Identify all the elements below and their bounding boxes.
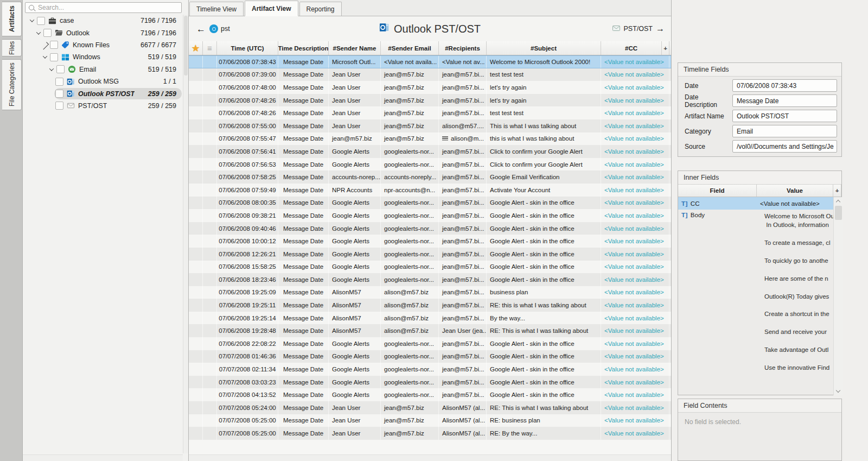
column-recipients[interactable]: #Recipients xyxy=(439,41,487,55)
bookmark-cell[interactable] xyxy=(189,401,203,414)
tree-item-windows[interactable]: Windows 519 / 519 xyxy=(23,51,182,63)
source-field[interactable]: /vol0//Documents and Settings/Je xyxy=(732,140,837,153)
bookmark-cell[interactable] xyxy=(189,184,203,197)
inner-field-row-body[interactable]: T]Body Welcome to Microsoft Ou In Outloo… xyxy=(678,210,833,372)
date-description-field[interactable]: Message Date xyxy=(732,94,837,107)
bookmark-cell[interactable] xyxy=(189,350,203,363)
column-subject[interactable]: #Subject xyxy=(487,41,601,55)
table-row[interactable]: 07/07/2008 02:11:34 Message Date Google … xyxy=(189,363,671,376)
tree-item-case[interactable]: case 7196 / 7196 xyxy=(23,15,182,27)
checkbox[interactable] xyxy=(37,17,45,25)
bookmark-cell[interactable] xyxy=(189,324,203,337)
tree-item-known-files[interactable]: Known Files 6677 / 6677 xyxy=(23,39,182,51)
bookmark-cell[interactable] xyxy=(189,363,203,376)
category-field[interactable]: Email xyxy=(732,125,837,137)
tab-reporting[interactable]: Reporting xyxy=(299,2,342,16)
table-row[interactable]: 07/06/2008 19:25:14 Message Date AlisonM… xyxy=(189,312,671,325)
bookmark-cell[interactable] xyxy=(189,337,203,350)
scrollbar-thumb[interactable] xyxy=(835,206,842,220)
tab-artifact-view[interactable]: Artifact View xyxy=(245,1,298,16)
bookmark-cell[interactable] xyxy=(189,68,203,81)
artifact-name-field[interactable]: Outlook PST/OST xyxy=(732,110,837,122)
table-row[interactable]: 07/06/2008 15:58:25 Message Date Google … xyxy=(189,261,671,274)
table-row[interactable]: 07/07/2008 05:24:00 Message Date Jean Us… xyxy=(189,401,671,414)
date-field[interactable]: 07/06/2008 07:38:43 xyxy=(732,79,837,92)
chevron-right-icon[interactable] xyxy=(41,41,49,49)
table-row[interactable]: 07/06/2008 07:56:53 Message Date Google … xyxy=(189,158,671,171)
table-row[interactable]: 07/07/2008 05:25:00 Message Date Jean Us… xyxy=(189,414,671,427)
inner-column-field[interactable]: Field xyxy=(678,185,757,197)
column-time[interactable]: Time (UTC) xyxy=(217,41,278,55)
bookmark-cell[interactable] xyxy=(189,209,203,222)
table-horizontal-scrollbar[interactable] xyxy=(189,454,671,461)
checkbox[interactable] xyxy=(50,53,58,61)
tab-files[interactable]: Files xyxy=(2,39,22,56)
table-row[interactable]: 07/06/2008 18:23:46 Message Date Google … xyxy=(189,273,671,286)
table-row[interactable]: 07/06/2008 19:28:48 Message Date AlisonM… xyxy=(189,324,671,337)
next-artifact-button[interactable]: PST/OST → xyxy=(612,24,665,34)
table-row[interactable]: 07/06/2008 10:00:12 Message Date Google … xyxy=(189,235,671,248)
breadcrumb-item-pst[interactable]: pst xyxy=(209,24,230,33)
column-cc[interactable]: #CC xyxy=(601,41,662,55)
table-row[interactable]: 07/06/2008 19:25:09 Message Date AlisonM… xyxy=(189,286,671,299)
chevron-down-icon[interactable] xyxy=(28,17,36,24)
table-row[interactable]: 07/06/2008 07:55:00 Message Date Jean Us… xyxy=(189,119,671,132)
table-row[interactable]: 07/07/2008 03:03:23 Message Date Google … xyxy=(189,376,671,389)
table-row[interactable]: 07/06/2008 07:38:43 Message Date Microso… xyxy=(189,55,671,68)
table-row[interactable]: 07/06/2008 12:26:21 Message Date Google … xyxy=(189,248,671,261)
checkbox[interactable] xyxy=(43,29,52,37)
bookmark-cell[interactable] xyxy=(189,286,203,299)
scroll-up-icon[interactable] xyxy=(836,200,840,204)
bookmark-cell[interactable] xyxy=(189,170,203,184)
tree-item-outlook-pst-ost[interactable]: Outlook PST/OST 259 / 259 xyxy=(23,87,182,99)
inner-column-value[interactable]: Value xyxy=(757,185,833,197)
sidebar-scrollbar[interactable] xyxy=(183,15,188,453)
search-input[interactable] xyxy=(38,4,178,11)
bookmark-cell[interactable] xyxy=(189,388,203,401)
checkbox[interactable] xyxy=(55,78,63,86)
bookmark-cell[interactable] xyxy=(189,376,203,389)
bookmark-cell[interactable] xyxy=(189,94,203,107)
chevron-down-icon[interactable] xyxy=(41,53,49,61)
bookmark-cell[interactable] xyxy=(189,248,203,261)
bookmark-cell[interactable] xyxy=(189,119,203,132)
column-sender-name[interactable]: #Sender Name xyxy=(329,41,381,55)
table-row[interactable]: 07/06/2008 07:59:49 Message Date NPR Acc… xyxy=(189,184,671,197)
bookmark-cell[interactable] xyxy=(189,197,203,210)
table-row[interactable]: 07/06/2008 08:00:35 Message Date Google … xyxy=(189,197,671,210)
inner-field-row-cc[interactable]: T]CC <Value not available> xyxy=(678,197,833,210)
bookmark-cell[interactable] xyxy=(189,81,203,94)
scroll-down-icon[interactable] xyxy=(836,388,840,393)
chevron-down-icon[interactable] xyxy=(35,29,42,37)
inner-add-column-button[interactable]: + xyxy=(833,185,841,197)
bookmark-cell[interactable] xyxy=(189,145,203,158)
checkbox[interactable] xyxy=(55,90,63,98)
table-row[interactable]: 07/06/2008 22:08:22 Message Date Google … xyxy=(189,337,671,350)
table-row[interactable]: 07/06/2008 07:58:25 Message Date account… xyxy=(189,170,671,184)
table-row[interactable]: 07/06/2008 07:48:00 Message Date Jean Us… xyxy=(189,81,671,94)
tree-item-email[interactable]: Email 519 / 519 xyxy=(23,64,182,75)
bookmark-cell[interactable] xyxy=(189,106,203,119)
tab-artifacts[interactable]: Artifacts xyxy=(2,2,22,36)
checkbox[interactable] xyxy=(50,41,58,49)
sidebar-horizontal-scrollbar[interactable] xyxy=(23,454,183,461)
table-row[interactable]: 07/06/2008 19:25:11 Message Date AlisonM… xyxy=(189,299,671,312)
tree-item-outlook[interactable]: Outlook 7196 / 7196 xyxy=(23,27,182,39)
bookmark-cell[interactable] xyxy=(189,222,203,235)
bookmark-cell[interactable] xyxy=(189,273,203,286)
bookmark-cell[interactable] xyxy=(189,158,203,171)
back-button[interactable]: ← xyxy=(196,24,206,34)
table-row[interactable]: 07/06/2008 09:40:46 Message Date Google … xyxy=(189,222,671,235)
table-row[interactable]: 07/06/2008 07:56:41 Message Date Google … xyxy=(189,145,671,158)
table-row[interactable]: 07/06/2008 07:48:26 Message Date Jean Us… xyxy=(189,94,671,107)
column-menu[interactable]: ≡ xyxy=(203,41,217,55)
bookmark-cell[interactable] xyxy=(189,56,203,68)
checkbox[interactable] xyxy=(55,102,63,110)
bookmark-cell[interactable] xyxy=(189,132,203,146)
tree-item-outlook-msg[interactable]: Outlook MSG 1 / 1 xyxy=(23,75,182,87)
tab-file-categories[interactable]: File Categories xyxy=(2,59,22,110)
bookmark-cell[interactable] xyxy=(189,235,203,248)
inner-fields-scrollbar[interactable] xyxy=(833,197,843,395)
bookmark-cell[interactable] xyxy=(189,312,203,325)
table-row[interactable]: 07/06/2008 07:48:26 Message Date Jean Us… xyxy=(189,106,671,119)
